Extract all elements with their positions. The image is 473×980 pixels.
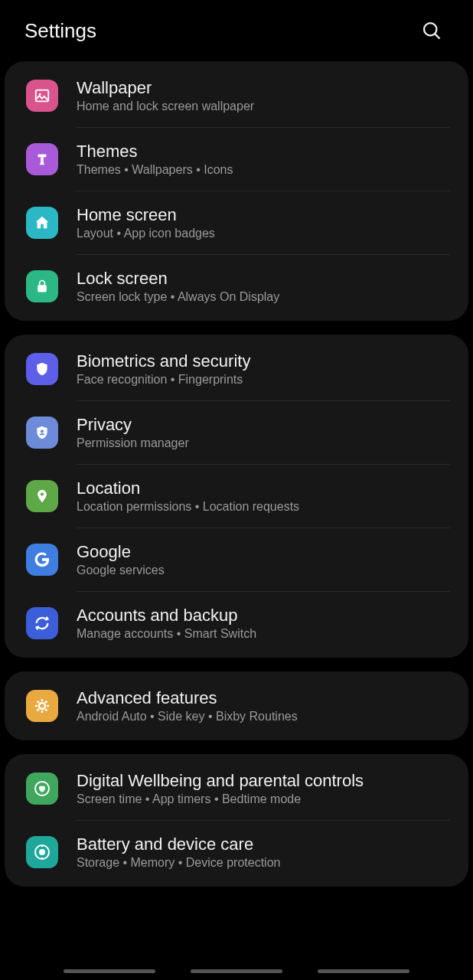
nav-recent[interactable] xyxy=(64,969,155,973)
svg-point-0 xyxy=(424,23,436,35)
item-title: Location xyxy=(77,479,450,498)
settings-group: Digital Wellbeing and parental controls … xyxy=(5,754,468,887)
item-title: Accounts and backup xyxy=(77,606,450,626)
pin-icon xyxy=(26,480,58,512)
search-button[interactable] xyxy=(415,14,449,47)
settings-item-biometrics[interactable]: Biometrics and security Face recognition… xyxy=(5,338,468,400)
item-text: Google Google services xyxy=(77,542,450,577)
settings-item-google[interactable]: Google Google services xyxy=(5,528,468,591)
item-title: Biometrics and security xyxy=(77,351,450,371)
item-title: Home screen xyxy=(77,205,450,225)
svg-rect-6 xyxy=(38,285,47,292)
item-subtitle: Home and lock screen wallpaper xyxy=(77,100,450,113)
item-text: Privacy Permission manager xyxy=(77,415,450,450)
svg-line-1 xyxy=(435,34,439,38)
svg-line-16 xyxy=(38,709,39,710)
settings-group: Biometrics and security Face recognition… xyxy=(5,335,468,658)
item-text: Themes Themes • Wallpapers • Icons xyxy=(77,142,450,177)
page-title: Settings xyxy=(24,19,96,43)
item-subtitle: Android Auto • Side key • Bixby Routines xyxy=(77,710,450,724)
item-text: Home screen Layout • App icon badges xyxy=(77,205,450,240)
nav-home[interactable] xyxy=(191,969,282,973)
settings-item-advanced[interactable]: Advanced features Android Auto • Side ke… xyxy=(5,675,468,737)
settings-item-privacy[interactable]: Privacy Permission manager xyxy=(5,401,468,464)
item-title: Battery and device care xyxy=(77,835,450,854)
item-title: Advanced features xyxy=(77,688,450,708)
privacy-icon xyxy=(26,416,58,449)
lock-icon xyxy=(26,270,58,302)
svg-line-15 xyxy=(45,709,47,710)
item-subtitle: Manage accounts • Smart Switch xyxy=(77,627,450,641)
care-icon xyxy=(26,836,58,868)
home-icon xyxy=(26,207,58,239)
google-icon xyxy=(26,544,58,576)
item-subtitle: Storage • Memory • Device protection xyxy=(77,856,450,870)
settings-group: Advanced features Android Auto • Side ke… xyxy=(5,671,468,740)
item-subtitle: Themes • Wallpapers • Icons xyxy=(77,163,450,177)
item-subtitle: Permission manager xyxy=(77,436,450,450)
settings-item-home-screen[interactable]: Home screen Layout • App icon badges xyxy=(5,191,468,254)
settings-item-themes[interactable]: Themes Themes • Wallpapers • Icons xyxy=(5,128,468,191)
item-text: Advanced features Android Auto • Side ke… xyxy=(77,688,450,724)
system-navbar xyxy=(0,965,473,977)
settings-item-wallpaper[interactable]: Wallpaper Home and lock screen wallpaper xyxy=(5,64,468,127)
settings-group: Wallpaper Home and lock screen wallpaper… xyxy=(5,61,468,321)
item-subtitle: Screen lock type • Always On Display xyxy=(77,290,450,304)
svg-point-9 xyxy=(39,703,45,709)
settings-item-battery[interactable]: Battery and device care Storage • Memory… xyxy=(5,821,468,884)
svg-line-17 xyxy=(45,701,47,703)
settings-item-wellbeing[interactable]: Digital Wellbeing and parental controls … xyxy=(5,757,468,820)
nav-back[interactable] xyxy=(318,969,409,973)
settings-item-location[interactable]: Location Location permissions • Location… xyxy=(5,465,468,528)
item-subtitle: Google services xyxy=(77,564,450,577)
svg-rect-4 xyxy=(38,155,47,158)
item-subtitle: Screen time • App timers • Bedtime mode xyxy=(77,792,450,806)
item-title: Lock screen xyxy=(77,269,450,289)
item-text: Location Location permissions • Location… xyxy=(77,479,450,514)
wellbeing-icon xyxy=(26,773,58,805)
sync-icon xyxy=(26,607,58,639)
item-text: Wallpaper Home and lock screen wallpaper xyxy=(77,78,450,113)
item-title: Google xyxy=(77,542,450,562)
settings-item-lock-screen[interactable]: Lock screen Screen lock type • Always On… xyxy=(5,255,468,318)
gear-plus-icon xyxy=(26,690,58,722)
item-title: Themes xyxy=(77,142,450,162)
svg-rect-5 xyxy=(41,157,44,162)
brush-icon xyxy=(26,143,58,175)
item-subtitle: Location permissions • Location requests xyxy=(77,500,450,514)
svg-point-20 xyxy=(39,849,45,855)
search-icon xyxy=(421,20,442,41)
image-icon xyxy=(26,80,58,112)
svg-point-8 xyxy=(41,492,44,495)
item-text: Battery and device care Storage • Memory… xyxy=(77,835,450,870)
svg-point-7 xyxy=(41,430,44,433)
svg-line-14 xyxy=(38,701,39,703)
item-title: Privacy xyxy=(77,415,450,435)
item-text: Accounts and backup Manage accounts • Sm… xyxy=(77,606,450,641)
header: Settings xyxy=(0,0,473,61)
item-title: Digital Wellbeing and parental controls xyxy=(77,771,450,791)
item-text: Biometrics and security Face recognition… xyxy=(77,351,450,387)
item-text: Lock screen Screen lock type • Always On… xyxy=(77,269,450,304)
item-subtitle: Layout • App icon badges xyxy=(77,227,450,240)
settings-item-accounts[interactable]: Accounts and backup Manage accounts • Sm… xyxy=(5,592,468,655)
shield-icon xyxy=(26,353,58,385)
item-text: Digital Wellbeing and parental controls … xyxy=(77,771,450,806)
item-subtitle: Face recognition • Fingerprints xyxy=(77,373,450,387)
settings-list: Wallpaper Home and lock screen wallpaper… xyxy=(0,61,473,887)
item-title: Wallpaper xyxy=(77,78,450,98)
